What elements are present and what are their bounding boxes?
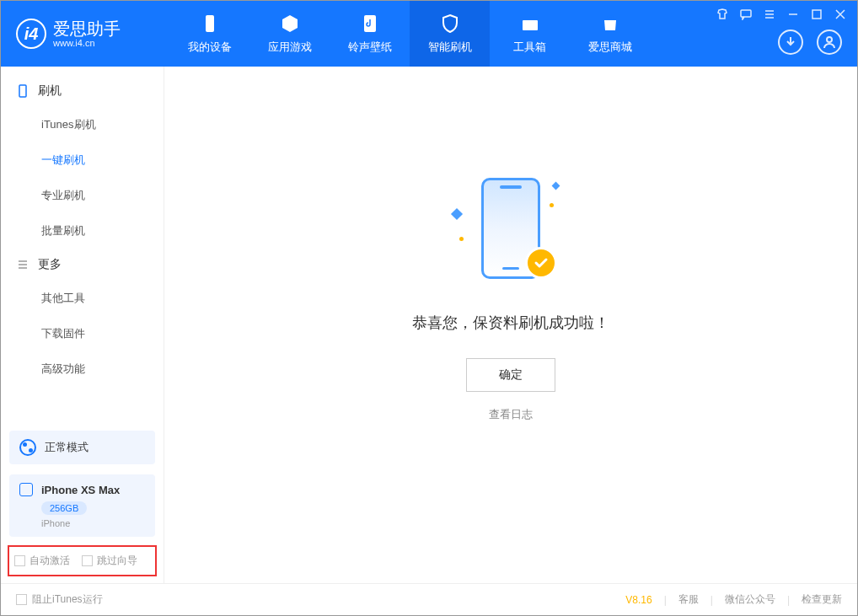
separator: | xyxy=(711,594,713,606)
success-message: 恭喜您，保资料刷机成功啦！ xyxy=(412,313,609,333)
close-icon[interactable] xyxy=(834,8,847,21)
nav-label: 工具箱 xyxy=(513,40,546,55)
sidebar-group-flash: 刷机 xyxy=(1,75,164,107)
shield-icon xyxy=(439,13,461,35)
svg-rect-3 xyxy=(741,10,751,17)
header-actions xyxy=(778,29,842,55)
list-icon xyxy=(16,258,29,271)
option-auto-activate[interactable]: 自动激活 xyxy=(14,554,70,568)
success-illustration xyxy=(464,178,557,287)
device-icon xyxy=(19,483,33,496)
sparkle-icon xyxy=(552,181,560,190)
app-url: www.i4.cn xyxy=(53,38,121,48)
app-logo-icon: i4 xyxy=(16,19,46,49)
nav-label: 我的设备 xyxy=(188,40,232,55)
nav-store[interactable]: 爱思商城 xyxy=(570,1,650,67)
nav-label: 应用游戏 xyxy=(268,40,312,55)
dot-icon xyxy=(459,237,464,241)
nav-toolbox[interactable]: 工具箱 xyxy=(490,1,570,67)
sidebar: 刷机 iTunes刷机 一键刷机 专业刷机 批量刷机 更多 其他工具 下载固件 … xyxy=(1,67,164,583)
checkbox-icon xyxy=(82,555,93,566)
bag-icon xyxy=(599,13,621,35)
svg-rect-4 xyxy=(812,10,821,19)
nav-my-device[interactable]: 我的设备 xyxy=(169,1,249,67)
checkbox-icon xyxy=(16,594,27,605)
footer-block-itunes[interactable]: 阻止iTunes运行 xyxy=(16,592,103,607)
toolbox-icon xyxy=(519,13,541,35)
music-icon xyxy=(359,13,381,35)
body: 刷机 iTunes刷机 一键刷机 专业刷机 批量刷机 更多 其他工具 下载固件 … xyxy=(1,67,857,583)
menu-icon[interactable] xyxy=(763,8,776,21)
sidebar-item-itunes-flash[interactable]: iTunes刷机 xyxy=(1,107,164,142)
wechat-link[interactable]: 微信公众号 xyxy=(725,592,775,607)
check-update-link[interactable]: 检查更新 xyxy=(802,592,842,607)
version-label: V8.16 xyxy=(625,594,652,606)
mode-icon xyxy=(19,439,36,456)
device-storage: 256GB xyxy=(41,501,87,515)
check-badge-icon xyxy=(525,247,557,279)
device-icon xyxy=(199,13,221,35)
cube-icon xyxy=(279,13,301,35)
option-label: 跳过向导 xyxy=(97,554,137,568)
dot-icon xyxy=(550,203,554,207)
checkbox-icon xyxy=(14,555,25,566)
footer-right: V8.16 | 客服 | 微信公众号 | 检查更新 xyxy=(625,592,842,607)
device-type: iPhone xyxy=(41,518,145,528)
sidebar-group-more: 更多 xyxy=(1,249,164,281)
svg-point-5 xyxy=(827,37,832,42)
minimize-icon[interactable] xyxy=(786,8,800,21)
support-link[interactable]: 客服 xyxy=(678,592,699,607)
skin-icon[interactable] xyxy=(716,8,729,21)
device-name: iPhone XS Max xyxy=(41,484,120,496)
sidebar-item-advanced[interactable]: 高级功能 xyxy=(1,351,164,387)
nav-smart-flash[interactable]: 智能刷机 xyxy=(410,1,490,67)
nav-apps-games[interactable]: 应用游戏 xyxy=(249,1,330,67)
separator: | xyxy=(787,594,790,606)
app-name: 爱思助手 xyxy=(53,19,121,38)
svg-rect-0 xyxy=(206,15,214,32)
logo[interactable]: i4 爱思助手 www.i4.cn xyxy=(1,19,169,49)
sidebar-item-other-tools[interactable]: 其他工具 xyxy=(1,281,164,316)
separator: | xyxy=(664,594,667,606)
sidebar-item-download-fw[interactable]: 下载固件 xyxy=(1,316,164,351)
sidebar-item-pro-flash[interactable]: 专业刷机 xyxy=(1,178,164,213)
window-controls xyxy=(716,8,847,21)
options-highlighted: 自动激活 跳过向导 xyxy=(8,545,157,576)
footer-label: 阻止iTunes运行 xyxy=(32,592,103,607)
user-button[interactable] xyxy=(817,29,842,55)
device-box[interactable]: iPhone XS Max 256GB iPhone xyxy=(9,474,155,537)
header: i4 爱思助手 www.i4.cn 我的设备 应用游戏 铃声壁纸 智能刷机 工具… xyxy=(1,1,857,67)
option-skip-guide[interactable]: 跳过向导 xyxy=(82,554,137,568)
nav-label: 智能刷机 xyxy=(428,40,472,55)
nav-ringtones[interactable]: 铃声壁纸 xyxy=(330,1,410,67)
main-content: 恭喜您，保资料刷机成功啦！ 确定 查看日志 xyxy=(164,67,857,583)
group-label: 刷机 xyxy=(38,83,62,99)
download-button[interactable] xyxy=(778,29,803,55)
nav-label: 铃声壁纸 xyxy=(348,40,392,55)
sidebar-item-oneclick-flash[interactable]: 一键刷机 xyxy=(1,142,164,178)
maximize-icon[interactable] xyxy=(810,8,823,21)
top-nav: 我的设备 应用游戏 铃声壁纸 智能刷机 工具箱 爱思商城 xyxy=(169,1,650,67)
mode-box[interactable]: 正常模式 xyxy=(9,431,155,464)
svg-rect-6 xyxy=(19,85,26,97)
footer: 阻止iTunes运行 V8.16 | 客服 | 微信公众号 | 检查更新 xyxy=(1,583,857,615)
sparkle-icon xyxy=(451,207,463,219)
phone-icon xyxy=(16,84,29,98)
svg-rect-2 xyxy=(523,20,538,30)
sidebar-item-batch-flash[interactable]: 批量刷机 xyxy=(1,213,164,249)
device-panel: 正常模式 iPhone XS Max 256GB iPhone xyxy=(9,431,155,537)
group-label: 更多 xyxy=(38,257,62,272)
nav-label: 爱思商城 xyxy=(588,40,632,55)
ok-button[interactable]: 确定 xyxy=(466,358,555,392)
feedback-icon[interactable] xyxy=(739,8,753,21)
view-log-link[interactable]: 查看日志 xyxy=(489,407,533,422)
option-label: 自动激活 xyxy=(29,554,70,568)
mode-label: 正常模式 xyxy=(45,440,88,455)
